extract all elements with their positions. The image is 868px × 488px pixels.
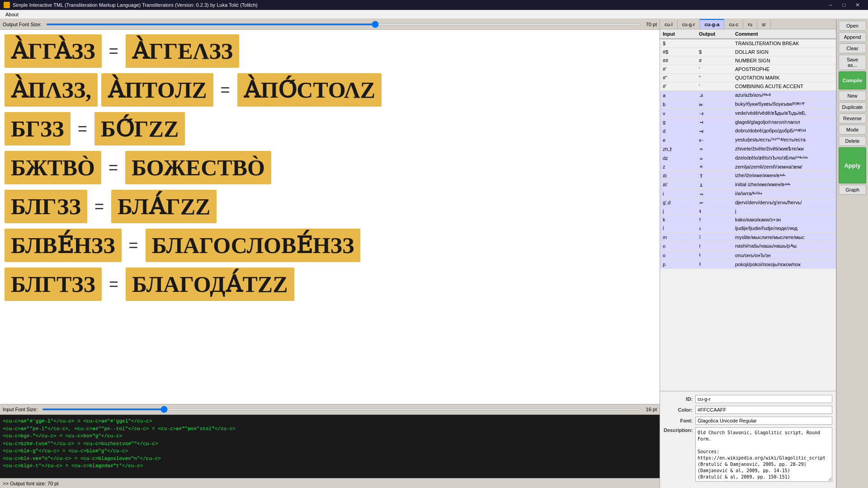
table-row[interactable]: i ⫬ i/и/iwта/ⰸⰻⱁ+ — [660, 189, 836, 198]
cell-comment: zemlja/zemli/zemľi/земна/зем/ — [732, 163, 836, 171]
table-row[interactable]: dz ⫨ dzelo/ƶĕlo/ƶělo/зЪло/зБлw/ⰴⰸⰵⰾ — [660, 154, 836, 163]
clear-button[interactable]: Clear — [839, 43, 866, 53]
table-row[interactable]: n ⫲ nashi/našь/нашь/нашь/рⰶш — [660, 242, 836, 251]
table-row[interactable]: o ⫳ onu/онъ/онЪ/зн — [660, 251, 836, 260]
cell-input: $ — [660, 39, 696, 48]
output-font-bar: Output Font Size: 70 pt — [0, 19, 660, 30]
titlebar-controls[interactable]: – □ ✕ — [824, 0, 864, 10]
left-panel: Output Font Size: 70 pt А̀ГГА̀ЗЗ = А̀ГГЕ… — [0, 19, 660, 488]
delete-button[interactable]: Delete — [839, 136, 866, 146]
table-row[interactable]: g ⫤ glagoli/glagoljo/глагол/глагол — [660, 118, 836, 127]
glag-box-4b: БОЖЕСТВÒ — [125, 151, 271, 184]
output-font-label: Output Font Size: — [3, 22, 42, 27]
input-font-slider[interactable] — [42, 408, 641, 410]
save-as-button[interactable]: Save as... — [839, 55, 866, 70]
cell-input: v — [660, 109, 696, 118]
cell-input: j — [660, 207, 696, 216]
append-button[interactable]: Append — [839, 32, 866, 42]
canvas-scroll: А̀ГГА̀ЗЗ = А̀ГГЕΛЗЗ А̀ПΛЗЗ, А̀ПТΟЛΖ = А̀… — [5, 34, 655, 301]
tab-cu-c[interactable]: cu-c — [724, 19, 743, 29]
new-button[interactable]: New — [839, 91, 866, 101]
cell-output: ⫦ — [696, 136, 732, 145]
maximize-button[interactable]: □ — [837, 0, 851, 10]
table-row[interactable]: k ⫯ kako/како/какw/з+зн — [660, 216, 836, 224]
duplicate-button[interactable]: Duplicate — [839, 102, 866, 112]
tab-cu-g-r[interactable]: cu-g-r — [678, 19, 700, 29]
cell-comment: TRANSLITERATION BREAK — [732, 39, 836, 48]
tab-sr[interactable]: sr — [757, 19, 771, 29]
cell-comment: dobro/dobrě/добро/добрБ/ⰴⱁⰱⱃⱁ — [732, 127, 836, 136]
table-row[interactable]: b ⫢ buky/буки/буквъ/боукъви/ⰱⱆⰽⰹ — [660, 100, 836, 109]
code-area: <cu-c>a#"#'gg#-l"</cu-c> = <cu-c>a#"#'gg… — [0, 415, 660, 478]
font-input[interactable] — [695, 417, 832, 425]
id-label: ID: — [664, 396, 695, 402]
about-menu[interactable]: About — [2, 11, 22, 18]
font-row: Font: — [664, 417, 832, 425]
cell-comment: i/и/iwта/ⰸⰻⱁ+ — [732, 189, 836, 198]
table-row[interactable]: #' ' APOSTROPHE — [660, 65, 836, 74]
reverse-button[interactable]: Reverse — [839, 113, 866, 123]
table-row[interactable]: ## # NUMBER SIGN — [660, 56, 836, 65]
minimize-button[interactable]: – — [824, 0, 837, 10]
input-font-label: Input Font Size: — [3, 407, 38, 412]
cell-output: ⫢ — [696, 100, 732, 109]
table-row[interactable]: d ⫥ dobro/dobrě/добро/добрБ/ⰴⱁⰱⱃⱁ — [660, 127, 836, 136]
cell-output: ⫮ — [696, 207, 732, 216]
close-button[interactable]: ✕ — [851, 0, 864, 10]
cell-output: ⫫ — [696, 180, 732, 189]
mode-button[interactable]: Mode — [839, 125, 866, 135]
open-button[interactable]: Open — [839, 21, 866, 31]
tab-ru[interactable]: ru — [743, 19, 757, 29]
translation-table: Input Output Comment $ TRANSLITERATION B… — [660, 29, 836, 391]
code-line-7: <cu-c>blg#-t"</cu-c> = <cu-c>blagoda#"t"… — [3, 462, 657, 470]
table-row[interactable]: v ⫣ vede/védě/vědě/вѣды/вЂдь/вБ, — [660, 109, 836, 118]
table-row[interactable]: j ⫮ j — [660, 207, 836, 216]
cell-input: #$ — [660, 48, 696, 56]
apply-button[interactable]: Apply — [839, 147, 866, 183]
glag-row-2: А̀ПΛЗЗ, А̀ПТΟЛΖ = А̀ПÓ́СТΟΛΖ — [5, 73, 655, 107]
output-font-slider[interactable] — [46, 23, 642, 25]
table-row[interactable]: #i' ⫫ initial izhe/иже/ижен/вⰾⰸ — [660, 180, 836, 189]
cell-output: ⫡ — [696, 91, 732, 100]
table-row[interactable]: p ⫴ pokoji/pokoi/покоjь/покои/пок — [660, 260, 836, 269]
table-row[interactable]: zh,ž ⫧ zhivete/živĕte/živěti/живѣте/жи — [660, 145, 836, 154]
glag-row-1: А̀ГГА̀ЗЗ = А̀ГГЕΛЗЗ — [5, 34, 655, 68]
cell-comment: zhivete/živĕte/živěti/живѣте/жи — [732, 145, 836, 154]
graph-button[interactable]: Graph — [839, 185, 866, 195]
cell-output: ⫨ — [696, 154, 732, 163]
cell-output: ⫱ — [696, 233, 732, 242]
table-row[interactable]: a ⫡ azu/azb/азъ/ⰰⰸⱏ — [660, 91, 836, 100]
table-row[interactable]: z ⫩ zemlja/zemli/zemľi/земна/зем/ — [660, 163, 836, 171]
glag-box-5a: БЛГЗЗ — [5, 190, 87, 223]
table-row[interactable]: #i ⫪ izhe/iže/иже/ижен/вⰾⰸ — [660, 171, 836, 180]
desc-label: Description: — [664, 427, 695, 433]
tabs-bar: cu-l cu-g-r cu-g-a cu-c ru sr — [660, 19, 836, 29]
code-line-6: <cu-c>bl#-ve#"n"</cu-c> = <cu-c>blagoslo… — [3, 455, 657, 463]
table-row[interactable]: #" " QUOTATION MARK — [660, 74, 836, 82]
titlebar-left: Simple Interactive TML (Transliteration … — [4, 2, 258, 8]
table-row[interactable]: g',d ⫭ djervi/derv/dervъ/g'ervь/ħervь/ — [660, 198, 836, 207]
cell-output: ⫰ — [696, 224, 732, 233]
cell-comment: j — [732, 207, 836, 216]
cell-comment: APOSTROPHE — [732, 65, 836, 74]
table-row[interactable]: #’ ’ COMBINING ACUTE ACCENT — [660, 82, 836, 91]
table-row[interactable]: #$ $ DOLLAR SIGN — [660, 48, 836, 56]
tab-cu-g-a[interactable]: cu-g-a — [700, 19, 724, 29]
table-row[interactable]: $ TRANSLITERATION BREAK — [660, 39, 836, 48]
cell-comment: dzelo/ƶĕlo/ƶělo/зЪло/зБлw/ⰴⰸⰵⰾ — [732, 154, 836, 163]
id-input[interactable] — [695, 395, 832, 403]
glag-box-6b: БЛАГОСЛОВЕ́НЗЗ — [146, 229, 361, 262]
glag-box-1a: А̀ГГА̀ЗЗ — [5, 34, 102, 68]
compile-button[interactable]: Compile — [839, 71, 866, 89]
tab-cu-l[interactable]: cu-l — [660, 19, 678, 29]
desc-textarea[interactable] — [695, 427, 832, 482]
cell-input: dz — [660, 154, 696, 163]
table-row[interactable]: l ⫰ ljudije/ljudie/ľudje/люде/люд — [660, 224, 836, 233]
color-input[interactable] — [695, 406, 832, 414]
desc-row: Description: — [664, 427, 832, 482]
cell-comment: onu/онъ/онЪ/зн — [732, 251, 836, 260]
table-row[interactable]: m ⫱ myslite/мыслите/мыслите/мыс — [660, 233, 836, 242]
cell-output: ⫴ — [696, 260, 732, 269]
cell-comment: myslite/мыслите/мыслите/мыс — [732, 233, 836, 242]
table-row[interactable]: e ⫦ yestu/jestь/есть/ⰵⱄⱅⱏ/есть/еста — [660, 136, 836, 145]
